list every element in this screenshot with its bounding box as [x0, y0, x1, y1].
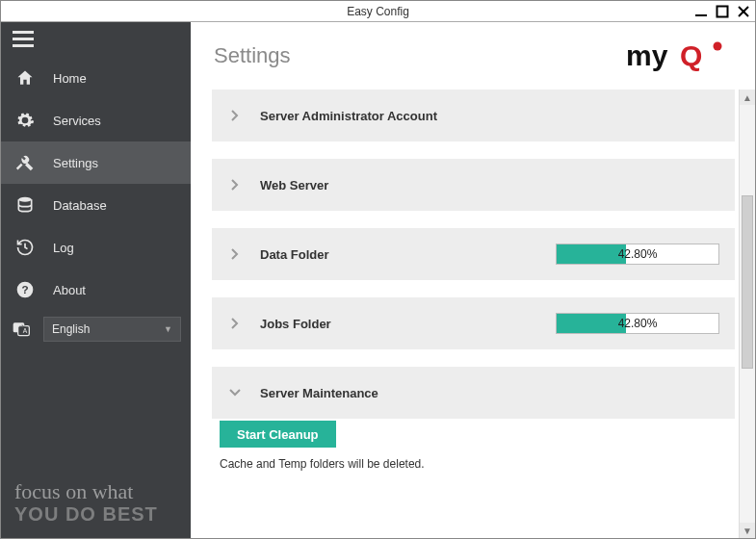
- main: Settings my Q Server Administrator: [191, 22, 755, 538]
- section-server-admin[interactable]: Server Administrator Account: [212, 90, 735, 141]
- gear-icon: [14, 110, 36, 131]
- maintenance-body: Start Cleanup Cache and Temp folders wil…: [212, 417, 735, 480]
- help-icon: ?: [14, 279, 36, 300]
- svg-point-16: [714, 42, 722, 51]
- header: Settings my Q: [191, 22, 755, 90]
- language-icon: 文A: [11, 319, 32, 340]
- sidebar-item-label: Home: [53, 71, 87, 86]
- chevron-right-icon: [227, 179, 243, 191]
- database-icon: [14, 194, 36, 216]
- sidebar-item-label: Services: [53, 114, 101, 128]
- app-window: Easy Config: [0, 0, 756, 539]
- section-web-server[interactable]: Web Server: [212, 159, 735, 211]
- data-folder-progress: 42.80%: [556, 244, 719, 265]
- content-wrap: Server Administrator Account Web Server …: [191, 90, 755, 538]
- start-cleanup-button[interactable]: Start Cleanup: [220, 421, 336, 448]
- language-selected: English: [52, 322, 90, 336]
- svg-rect-0: [695, 14, 707, 16]
- svg-text:A: A: [23, 327, 28, 334]
- chevron-down-icon: [227, 388, 243, 398]
- sidebar-item-log[interactable]: Log: [1, 226, 191, 269]
- sidebar-item-services[interactable]: Services: [1, 99, 191, 141]
- sidebar-item-settings[interactable]: Settings: [1, 141, 191, 184]
- section-server-maintenance[interactable]: Server Maintenance: [212, 367, 735, 419]
- sidebar-item-label: Settings: [53, 156, 98, 170]
- svg-rect-1: [717, 6, 728, 16]
- section-title: Web Server: [260, 178, 328, 192]
- language-row: 文A English ▼: [11, 317, 181, 342]
- section-title: Server Administrator Account: [260, 109, 437, 123]
- minimize-button[interactable]: [691, 3, 711, 20]
- window-title: Easy Config: [1, 5, 755, 18]
- maintenance-description: Cache and Temp folders will be deleted.: [220, 457, 735, 471]
- language-select[interactable]: English ▼: [43, 317, 181, 342]
- home-icon: [14, 67, 36, 89]
- sidebar: Home Services Settings: [1, 22, 191, 538]
- chevron-right-icon: [227, 110, 243, 121]
- svg-rect-6: [13, 44, 34, 47]
- tagline-line-1: focus on what: [14, 480, 158, 503]
- progress-label: 42.80%: [557, 244, 718, 264]
- progress-label: 42.80%: [557, 314, 718, 333]
- maximize-button[interactable]: [713, 3, 732, 20]
- section-jobs-folder[interactable]: Jobs Folder 42.80%: [212, 297, 735, 349]
- svg-text:Q: Q: [680, 39, 702, 71]
- content: Server Administrator Account Web Server …: [191, 90, 739, 538]
- sidebar-item-home[interactable]: Home: [1, 57, 191, 99]
- section-data-folder[interactable]: Data Folder 42.80%: [212, 228, 735, 280]
- tagline-line-2: YOU DO BEST: [14, 503, 158, 525]
- body: Home Services Settings: [1, 22, 755, 538]
- svg-text:my: my: [626, 39, 668, 71]
- scroll-thumb[interactable]: [742, 195, 753, 369]
- sidebar-item-label: About: [53, 283, 86, 297]
- svg-point-7: [18, 197, 31, 202]
- nav: Home Services Settings: [1, 57, 191, 342]
- section-title: Server Maintenance: [260, 386, 378, 400]
- close-button[interactable]: [734, 3, 753, 20]
- scroll-up-icon[interactable]: ▲: [740, 90, 755, 105]
- brand-logo: my Q: [626, 37, 732, 75]
- history-icon: [14, 237, 36, 258]
- menu-toggle[interactable]: [1, 22, 191, 57]
- svg-rect-5: [13, 38, 34, 40]
- tools-icon: [14, 152, 36, 173]
- chevron-down-icon: ▼: [164, 324, 172, 334]
- section-title: Jobs Folder: [260, 317, 331, 331]
- window-controls: [691, 1, 753, 21]
- hamburger-icon: [13, 31, 34, 48]
- chevron-right-icon: [227, 248, 243, 260]
- sidebar-item-label: Database: [53, 198, 107, 213]
- svg-rect-4: [13, 31, 34, 34]
- vertical-scrollbar[interactable]: ▲ ▼: [739, 90, 755, 538]
- page-title: Settings: [214, 43, 291, 68]
- scroll-down-icon[interactable]: ▼: [740, 523, 755, 538]
- svg-text:?: ?: [21, 283, 28, 295]
- jobs-folder-progress: 42.80%: [556, 313, 719, 334]
- chevron-right-icon: [227, 318, 243, 329]
- sidebar-item-about[interactable]: ? About: [1, 269, 191, 311]
- sidebar-item-label: Log: [53, 241, 74, 255]
- sidebar-item-database[interactable]: Database: [1, 184, 191, 226]
- titlebar: Easy Config: [1, 1, 755, 22]
- tagline: focus on what YOU DO BEST: [14, 480, 158, 525]
- section-title: Data Folder: [260, 247, 329, 262]
